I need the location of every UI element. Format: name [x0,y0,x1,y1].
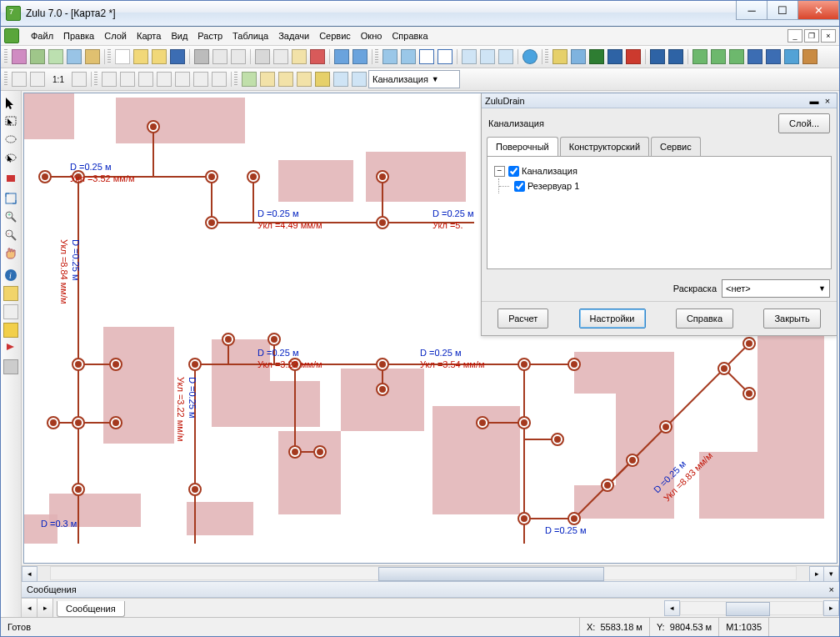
tool-icon[interactable] [278,71,294,88]
tool-icon[interactable] [668,48,684,65]
layer-tree[interactable]: − Канализация Резервуар 1 [494,163,824,193]
tool-icon[interactable] [11,71,28,88]
tool-icon[interactable] [296,71,312,88]
maximize-button[interactable]: ☐ [767,1,798,20]
toolbar-grip[interactable] [4,72,8,87]
tree-root-check[interactable] [508,166,519,177]
tool-icon[interactable] [710,48,727,65]
scroll-right-icon[interactable]: ▸ [823,600,839,616]
tree-child-check[interactable] [514,181,525,192]
tool-icon[interactable] [382,48,398,65]
tool-icon[interactable] [66,48,82,65]
cut-icon[interactable] [254,48,271,65]
tab-service[interactable]: Сервис [651,137,701,156]
select-lasso-icon[interactable] [2,132,19,148]
flag-icon[interactable] [2,340,19,357]
menu-table[interactable]: Таблица [228,29,273,43]
tool-icon[interactable] [211,71,228,88]
tool-icon[interactable] [332,71,349,88]
help-icon[interactable] [522,48,538,65]
calc-button[interactable]: Расчет [498,308,548,329]
layer-combo[interactable]: Канализация ▼ [368,70,460,88]
tool-icon[interactable] [783,48,800,65]
marker-icon[interactable] [2,172,19,188]
tool-icon[interactable] [48,48,64,65]
tool-icon[interactable] [625,48,642,65]
tool-icon[interactable] [174,71,191,88]
tool-icon[interactable] [259,71,276,88]
select-rect-icon[interactable] [2,113,19,130]
tab-prev-icon[interactable]: ◂ [22,599,38,617]
tool-icon[interactable] [498,48,514,65]
help-button[interactable]: Справка [676,308,733,329]
tool-icon[interactable] [84,48,101,65]
tree-expand-icon[interactable]: − [494,166,505,177]
tool-icon[interactable] [2,322,19,339]
tool-icon[interactable] [400,48,417,65]
menu-edit[interactable]: Правка [58,29,99,43]
mdi-close[interactable]: × [821,29,836,43]
scroll-left-icon[interactable]: ◂ [22,566,38,582]
tool-icon[interactable] [552,48,568,65]
tool-icon[interactable] [71,71,88,88]
flag-icon[interactable] [588,48,605,65]
scroll-down-icon[interactable]: ▾ [823,566,839,582]
menu-help[interactable]: Справка [387,29,432,43]
tab-next-icon[interactable]: ▸ [38,599,53,617]
toolbar-grip[interactable] [4,49,8,64]
menu-tasks[interactable]: Задачи [273,29,314,43]
pointer-icon[interactable] [2,95,19,112]
copy-icon[interactable] [272,48,289,65]
mdi-restore[interactable]: ❐ [804,29,819,43]
tool-icon[interactable] [29,71,46,88]
tool-icon[interactable] [2,359,19,375]
extent-icon[interactable] [2,190,19,207]
toolbar-grip[interactable] [234,72,238,87]
color-combo[interactable]: <нет> ▼ [722,279,830,298]
panel-minimize-icon[interactable]: ▬ [808,95,820,107]
tool-icon[interactable] [607,48,623,65]
close-button[interactable]: ✕ [798,1,839,20]
tool-icon[interactable] [747,48,763,65]
mdi-minimize[interactable]: _ [788,29,802,43]
tool-icon[interactable] [101,71,118,88]
menu-view[interactable]: Вид [166,29,192,43]
tool-icon[interactable] [479,48,496,65]
tool-icon[interactable] [570,48,587,65]
tool-icon[interactable] [692,48,708,65]
select-poly-icon[interactable] [2,150,19,167]
menu-map[interactable]: Карта [132,29,166,43]
delete-icon[interactable] [309,48,326,65]
settings-button[interactable]: Настройки [579,308,646,329]
tool-icon[interactable] [29,48,46,65]
zoom-out-icon[interactable]: - [2,227,19,243]
minimize-button[interactable]: ─ [736,1,768,20]
preview-icon[interactable] [212,48,228,65]
menu-window[interactable]: Окно [356,29,388,43]
messages-close-icon[interactable]: × [829,584,834,594]
tool-icon[interactable] [418,48,435,65]
messages-tab[interactable]: Сообщения [57,601,125,617]
paste-icon[interactable] [291,48,308,65]
canvas-hscrollbar[interactable]: ◂ ▸ ▾ [22,565,839,581]
tool-icon[interactable] [728,48,745,65]
print-icon[interactable] [193,48,210,65]
toolbar-grip[interactable] [545,49,548,64]
tab-design[interactable]: Конструкторский [560,137,649,156]
toolbar-grip[interactable] [108,49,111,64]
pan-icon[interactable] [2,245,19,262]
tool-icon[interactable] [230,48,247,65]
menu-layer[interactable]: Слой [99,29,132,43]
tool-icon[interactable] [138,71,154,88]
new-icon[interactable] [114,48,131,65]
menu-file[interactable]: Файл [26,29,58,43]
menu-service[interactable]: Сервис [314,29,356,43]
tool-icon[interactable] [11,48,28,65]
undo-icon[interactable] [333,48,350,65]
toolbar-grip[interactable] [94,72,98,87]
tool-icon[interactable] [192,71,209,88]
tool-icon[interactable] [802,48,818,65]
bottom-hscrollbar[interactable]: ◂ ▸ [664,599,839,617]
save-icon[interactable] [169,48,186,65]
close-panel-button[interactable]: Закрыть [763,308,820,329]
